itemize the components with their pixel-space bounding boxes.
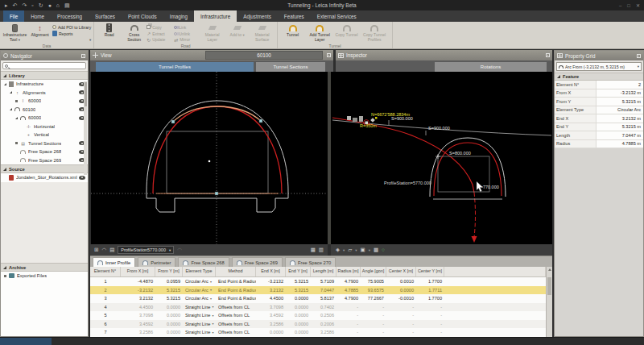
table-cell[interactable]: Straight Line▾ [183, 328, 216, 337]
menu-tab-processing[interactable]: Processing [51, 10, 89, 22]
tree-expander-icon[interactable] [2, 275, 8, 277]
table-cell[interactable]: 3.2132 [256, 286, 286, 295]
table-cell[interactable]: - [361, 328, 386, 337]
tunnel-button[interactable]: Tunnel [280, 23, 305, 43]
material-surface-button[interactable]: Material Surface [250, 23, 275, 43]
table-row[interactable]: 2-3.21325.3215Circular Arc▾End Point & R… [90, 286, 546, 295]
table-cell[interactable]: 3.2586 [311, 328, 336, 337]
tree-item-free-space-269[interactable]: Free Space 269 [1, 156, 88, 165]
menu-tab-file[interactable]: File [3, 10, 24, 22]
table-cell[interactable]: - [336, 311, 361, 320]
table-cell[interactable]: 4.7900 [336, 294, 361, 303]
property-row[interactable]: Radius4.7885 m [555, 140, 643, 149]
pin-icon[interactable] [546, 53, 550, 57]
table-cell[interactable]: Offsets from CL [216, 303, 256, 312]
table-cell[interactable]: 0.0000 [286, 328, 311, 337]
pin-icon[interactable] [81, 54, 85, 58]
property-value[interactable]: -3.2132 m [597, 89, 643, 98]
navigator-scrollbar[interactable] [84, 81, 87, 175]
column-header-center-x-m-[interactable]: Center X [m] [386, 267, 416, 276]
table-cell[interactable]: Circular Arc▾ [183, 277, 216, 286]
table-cell[interactable]: 0.0959 [155, 277, 183, 286]
table-cell[interactable]: Circular Arc▾ [183, 294, 216, 303]
column-header-from-y-m-[interactable]: From Y [m] [155, 267, 183, 276]
unlink-button[interactable]: Unlink [174, 31, 200, 37]
tree-expander-icon[interactable] [8, 91, 14, 94]
table-cell[interactable]: 4.7885 [336, 286, 361, 295]
background-toggle-icon[interactable]: ▩ [374, 244, 378, 256]
menu-tab-imaging[interactable]: Imaging [163, 10, 194, 22]
table-cell[interactable]: 0.0000 [155, 328, 183, 337]
pin-icon[interactable] [327, 53, 331, 57]
table-cell[interactable]: 7.0447 [311, 286, 336, 295]
vertex-marker[interactable] [171, 120, 175, 123]
section-library[interactable]: Library [1, 71, 88, 80]
property-row[interactable]: Element TypeCircular Arc [555, 106, 643, 115]
table-cell[interactable]: 0.0000 [155, 303, 183, 312]
table-cell[interactable]: 75.9005 [361, 277, 386, 286]
copy-tunnel-profiles-button[interactable]: Copy Tunnel Profiles [359, 23, 390, 43]
dropdown-caret-icon[interactable]: ▾ [369, 248, 370, 252]
tree-expander-icon[interactable] [14, 142, 19, 144]
table-cell[interactable]: 0.0000 [386, 286, 416, 295]
table-cell[interactable]: 3.4592 [256, 311, 286, 320]
tree-item-60100[interactable]: 60100 [1, 106, 88, 114]
feature-selector-dropdown[interactable]: Arc From (-3.2132 m, 5.3215 m) ▾ [556, 62, 642, 71]
table-cell[interactable]: 0.0010 [386, 277, 416, 286]
profile-view-icon[interactable]: ◠ [101, 244, 106, 256]
column-header-element-n-[interactable]: Element N° [90, 267, 121, 276]
table-cell[interactable]: 4.4500 [256, 294, 286, 303]
tree-expander-icon[interactable] [14, 117, 19, 119]
property-value[interactable]: 7.0447 m [597, 131, 643, 139]
column-header-angle-gon-[interactable]: Angle [gon] [361, 267, 386, 276]
table-cell[interactable]: 3.2132 [121, 294, 155, 303]
link-button[interactable]: Link [174, 24, 200, 31]
table-cell[interactable]: -0.0010 [386, 294, 416, 303]
table-row[interactable]: 63.45920.0000Straight Line▾Offsets from … [90, 320, 546, 329]
property-value[interactable]: 3.2132 m [597, 114, 643, 123]
section-source[interactable]: Source [1, 164, 88, 173]
add-poi-button[interactable]: Add POI to Library [52, 24, 91, 31]
tunnel-profile-canvas[interactable] [91, 72, 328, 244]
table-cell[interactable]: 3.4592 [121, 320, 155, 329]
column-header-from-x-m-[interactable]: From X [m] [121, 267, 155, 276]
table-cell[interactable]: - [416, 328, 444, 337]
table-cell[interactable]: - [416, 303, 444, 312]
tree-expander-icon[interactable] [14, 100, 19, 102]
table-tab-free-space-268[interactable]: Free Space 268 [178, 257, 229, 267]
property-row[interactable]: Element N°2 [555, 81, 643, 89]
table-cell[interactable]: 0.0000 [286, 294, 311, 303]
copy-button[interactable]: Copy [147, 24, 174, 31]
table-cell[interactable]: 1.7711 [416, 286, 444, 295]
table-cell[interactable]: 4.7900 [336, 277, 361, 286]
tree-item-tunnel-sections[interactable]: ▤Tunnel Sections [1, 139, 88, 148]
visibility-eye-icon[interactable] [79, 176, 85, 180]
tree-expander-icon[interactable] [2, 83, 8, 85]
table-row[interactable]: 1-4.48700.0959Circular Arc▾End Point & R… [90, 277, 546, 286]
orbit-icon[interactable]: ◈ [336, 244, 340, 256]
table-cell[interactable]: 93.6575 [361, 286, 386, 295]
tree-item-60000[interactable]: I60000 [1, 97, 88, 106]
alignment-button[interactable]: ↕ Alignment [27, 23, 52, 43]
vertex-marker[interactable] [259, 119, 262, 123]
table-tab-free-space-270[interactable]: Free Space 270 [285, 257, 336, 267]
tree-item-60000[interactable]: 60000 [1, 114, 88, 123]
table-cell[interactable]: 1 [90, 277, 121, 286]
extract-button[interactable]: ↗Extract [147, 31, 174, 37]
measure-icon[interactable]: ▱ [348, 244, 352, 256]
menu-tab-features[interactable]: Features [278, 10, 311, 22]
table-cell[interactable]: End Point & Radius▾ [216, 277, 256, 286]
archive-item-exported-files[interactable]: Exported Files [1, 272, 88, 281]
column-header-method[interactable]: Method [216, 267, 256, 276]
table-cell[interactable]: Offsets from CL [216, 328, 256, 337]
table-cell[interactable]: 1.7700 [416, 294, 444, 303]
maximize-icon[interactable]: □ [627, 3, 630, 8]
table-cell[interactable]: -3.2132 [121, 286, 155, 295]
table-cell[interactable]: 3.2586 [121, 328, 155, 337]
table-cell[interactable]: 0.2506 [311, 311, 336, 320]
menu-tab-external-services[interactable]: External Services [311, 10, 363, 22]
source-item-jondalen-stor-rotations-xml[interactable]: Jondalen_Stor_Rotations.xml [1, 173, 88, 182]
table-cell[interactable]: 77.2667 [361, 294, 386, 303]
data-group-more-button[interactable]: ▾ [52, 36, 91, 43]
table-cell[interactable]: 0.0000 [286, 303, 311, 312]
